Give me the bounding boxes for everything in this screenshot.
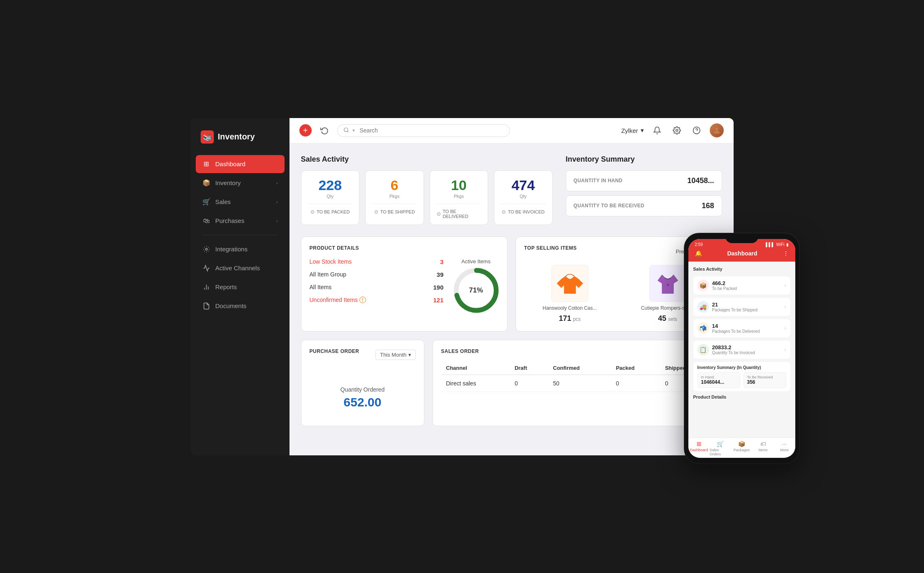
item-qty-1: 171 xyxy=(559,314,571,322)
all-items-label: All Items xyxy=(310,284,332,290)
phone-inv-to-receive-value: 356 xyxy=(747,379,783,385)
sidebar-item-sales[interactable]: 🛒 Sales › xyxy=(196,193,285,211)
search-input[interactable] xyxy=(360,127,504,134)
sales-card-to-be-shipped[interactable]: 6 Pkgs ⊙ TO BE SHIPPED xyxy=(365,170,424,225)
search-bar[interactable]: ▾ xyxy=(337,124,510,137)
chevron-down-icon: ▾ xyxy=(408,352,411,358)
low-stock-value: 3 xyxy=(440,258,443,265)
circle-check-icon: ⊙ xyxy=(310,209,315,215)
so-col-confirmed: Confirmed xyxy=(548,362,611,375)
card-divider xyxy=(501,204,546,204)
sidebar-item-label: Inventory xyxy=(215,179,241,186)
search-icon xyxy=(343,127,349,134)
phone-activity-packed[interactable]: 📦 466.2 To be Packed › xyxy=(693,276,790,295)
phone-arrow-icon: › xyxy=(785,304,786,310)
circle-check-icon: ⊙ xyxy=(437,211,441,217)
phone-wifi-icon: WiFi xyxy=(776,242,785,247)
unconfirmed-value: 121 xyxy=(433,297,443,304)
app-logo-text: Inventory xyxy=(218,132,255,142)
phone-activity-delivered[interactable]: 📬 14 Packages To be Delivered › xyxy=(693,319,790,337)
unconfirmed-label[interactable]: Unconfirmed Items xyxy=(310,297,358,303)
phone-product-details-label: Product Details xyxy=(693,394,790,399)
sidebar-logo: 📚 Inventory xyxy=(191,126,289,155)
item-unit-1: pcs xyxy=(573,316,581,322)
phone-inv-row: In Hand 1046044... To Be Received 356 xyxy=(697,372,786,388)
chevron-down-icon: ▾ xyxy=(641,127,644,134)
product-details-row: Low Stock Items 3 All Item Group 39 All … xyxy=(310,258,499,313)
packed-unit: Qty xyxy=(327,194,333,199)
svg-point-12 xyxy=(667,283,669,286)
phone-delivered-value: 14 xyxy=(712,323,781,329)
phone-activity-info-invoiced: 20833.2 Quantity To be Invoiced xyxy=(712,344,781,355)
sidebar-item-label: Documents xyxy=(215,302,247,309)
low-stock-label[interactable]: Low Stock Items xyxy=(310,258,352,265)
delivered-number: 10 xyxy=(451,178,467,192)
card-divider xyxy=(372,204,417,204)
sidebar-item-integrations[interactable]: Integrations xyxy=(196,240,285,258)
phone-notch xyxy=(725,233,758,243)
po-header: PURCHASE ORDER This Month ▾ xyxy=(310,348,416,362)
invoiced-footer: ⊙ TO BE INVOICED xyxy=(502,209,544,215)
so-col-channel: Channel xyxy=(441,362,510,375)
delivered-unit: Pkgs xyxy=(454,194,464,199)
sidebar-item-purchases[interactable]: 🛍 Purchases › xyxy=(196,212,285,230)
phone-nav-more[interactable]: ··· More xyxy=(774,441,795,456)
sidebar-item-reports[interactable]: Reports xyxy=(196,278,285,296)
phone-packed-desc: To be Packed xyxy=(712,286,781,291)
so-channel: Direct sales xyxy=(441,375,510,392)
settings-button[interactable] xyxy=(670,124,683,137)
shipped-footer-text: TO BE SHIPPED xyxy=(380,209,415,214)
phone-activity-shipped[interactable]: 🚚 21 Packages To be Shipped › xyxy=(693,298,790,316)
sales-card-to-be-delivered[interactable]: 10 Pkgs ⊙ TO BE DELIVERED xyxy=(430,170,489,225)
phone-arrow-icon: › xyxy=(785,283,786,288)
phone-bottom-nav: ⊞ Dashboard 🛒 Sales Orders 📦 Packages 🏷 … xyxy=(688,438,795,458)
item-group-label: All Item Group xyxy=(310,271,346,278)
app-logo-icon: 📚 xyxy=(201,130,214,144)
notifications-button[interactable] xyxy=(651,124,664,137)
inv-summary-to-be-received: QUANTITY TO BE RECEIVED 168 xyxy=(566,195,722,216)
all-items-value: 190 xyxy=(433,284,443,291)
sales-activity-title: Sales Activity xyxy=(301,155,553,164)
sidebar-item-inventory[interactable]: 📦 Inventory › xyxy=(196,174,285,192)
org-name: Zylker xyxy=(621,127,638,134)
po-content: Quantity Ordered 652.00 xyxy=(310,378,416,418)
phone-nav-items[interactable]: 🏷 Items xyxy=(753,441,774,456)
chevron-right-icon: › xyxy=(276,181,278,186)
sidebar-item-documents[interactable]: Documents xyxy=(196,297,285,315)
history-button[interactable] xyxy=(318,124,331,137)
sidebar-item-active-channels[interactable]: Active Channels xyxy=(196,259,285,277)
po-filter[interactable]: This Month ▾ xyxy=(375,350,415,360)
help-button[interactable] xyxy=(690,124,703,137)
active-channels-icon xyxy=(202,264,211,272)
sales-card-to-be-invoiced[interactable]: 474 Qty ⊙ TO BE INVOICED xyxy=(494,170,553,225)
phone-arrow-icon: › xyxy=(785,325,786,331)
phone-arrow-icon: › xyxy=(785,347,786,353)
add-button[interactable]: + xyxy=(299,124,312,137)
phone-battery-icon: ▮ xyxy=(786,242,789,247)
active-items-chart: Active Items 71% xyxy=(454,258,499,313)
phone-header-title: Dashboard xyxy=(727,250,757,257)
phone-delivered-desc: Packages To be Delivered xyxy=(712,329,781,334)
phone-nav-more-label: More xyxy=(780,448,789,452)
phone-activity-invoiced[interactable]: 📋 20833.2 Quantity To be Invoiced › xyxy=(693,341,790,359)
phone-nav-packages[interactable]: 📦 Packages xyxy=(731,441,753,456)
main-content: + ▾ Zylker ▾ xyxy=(289,118,734,455)
so-draft: 0 xyxy=(509,375,548,392)
phone-inv-in-hand: In Hand 1046044... xyxy=(697,372,740,388)
phone-nav-sales-orders[interactable]: 🛒 Sales Orders xyxy=(710,441,731,456)
item-qty-row-2: 45 sets xyxy=(658,314,677,323)
sidebar-item-label: Reports xyxy=(215,283,237,290)
so-packed: 0 xyxy=(611,375,660,392)
card-divider xyxy=(437,204,482,204)
phone-nav-dashboard[interactable]: ⊞ Dashboard xyxy=(688,441,710,456)
chevron-right-icon: › xyxy=(276,218,278,223)
topbar-right: Zylker ▾ xyxy=(621,123,724,137)
avatar[interactable] xyxy=(710,123,724,137)
sales-order-card: SALES ORDER Channel Draft Confirmed Pack… xyxy=(433,340,722,426)
org-selector[interactable]: Zylker ▾ xyxy=(621,127,644,134)
phone-nav-more-icon: ··· xyxy=(782,441,787,447)
sales-card-to-be-packed[interactable]: 228 Qty ⊙ TO BE PACKED xyxy=(301,170,360,225)
packed-footer: ⊙ TO BE PACKED xyxy=(310,209,350,215)
sidebar-item-dashboard[interactable]: ⊞ Dashboard xyxy=(196,155,285,173)
po-qty-value: 652.00 xyxy=(344,395,382,409)
